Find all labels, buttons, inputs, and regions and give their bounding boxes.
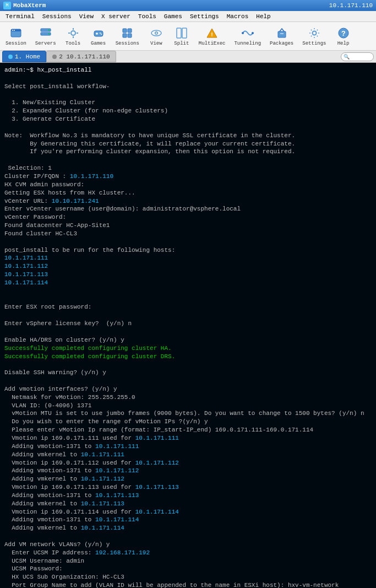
svg-point-24 bbox=[155, 32, 157, 34]
title-bar-left: M MobaXterm bbox=[3, 2, 46, 9]
tunneling-icon bbox=[241, 26, 254, 40]
title-bar-ip: 10.1.171.110 bbox=[329, 2, 373, 9]
toolbar-view[interactable]: View bbox=[146, 25, 167, 47]
terminal-line-25: 10.1.171.112 bbox=[4, 262, 372, 271]
terminal-line-5: 1. New/Existing Cluster bbox=[4, 99, 372, 107]
terminal-line-10: By Generating this certificate, it will … bbox=[4, 140, 372, 148]
menu-settings[interactable]: Settings bbox=[187, 13, 222, 20]
terminal-line-53: Adding vmotion-1371 to 10.1.171.113 bbox=[4, 492, 372, 500]
terminal-line-4 bbox=[4, 91, 372, 99]
toolbar-help[interactable]: ? Help bbox=[333, 25, 354, 47]
toolbar-tunneling-label: Tunneling bbox=[234, 41, 261, 46]
terminal-line-24: 10.1.171.111 bbox=[4, 254, 372, 262]
tab-ssh[interactable]: 2 10.1.171.110 bbox=[46, 51, 116, 62]
tab-home-label: 1. Home bbox=[15, 53, 40, 60]
terminal-line-59: Add VM network VLANs? (y/n) y bbox=[4, 541, 372, 549]
terminal-line-36: Successfully completed configuring clust… bbox=[4, 353, 372, 361]
terminal-line-14: Cluster IP/FQDN : 10.1.171.110 bbox=[4, 172, 372, 181]
toolbar-tools-label: Tools bbox=[66, 41, 80, 46]
menu-terminal[interactable]: Terminal bbox=[2, 13, 38, 20]
svg-rect-13 bbox=[94, 31, 103, 36]
toolbar-settings[interactable]: Settings bbox=[300, 25, 328, 47]
terminal-line-13: Selection: 1 bbox=[4, 164, 372, 172]
terminal-line-40: Add vmotion interfaces? (y/n) y bbox=[4, 385, 372, 393]
terminal-line-17: vCenter URL: 10.10.171.241 bbox=[4, 197, 372, 206]
menu-xserver[interactable]: X server bbox=[98, 13, 134, 20]
toolbar-split[interactable]: Split bbox=[171, 25, 192, 47]
toolbar-split-label: Split bbox=[174, 41, 189, 46]
svg-rect-25 bbox=[177, 28, 181, 38]
tab-ssh-dot bbox=[52, 55, 57, 59]
terminal-line-34: Enable HA/DRS on cluster? (y/n) y bbox=[4, 336, 372, 344]
svg-point-17 bbox=[101, 34, 102, 35]
svg-rect-20 bbox=[123, 34, 127, 37]
terminal-line-58 bbox=[4, 532, 372, 541]
terminal-line-47: Adding vmotion-1371 to 10.1.171.111 bbox=[4, 443, 372, 451]
menu-tools[interactable]: Tools bbox=[135, 13, 160, 20]
terminal-line-15: HX CVM admin password: bbox=[4, 181, 372, 189]
svg-rect-18 bbox=[123, 29, 127, 33]
toolbar-servers-label: Servers bbox=[35, 41, 56, 46]
terminal-line-27: 10.1.171.114 bbox=[4, 279, 372, 287]
terminal-line-31 bbox=[4, 311, 372, 320]
terminal-line-1: admin:~$ hx_post_install bbox=[4, 66, 372, 74]
terminal-line-33 bbox=[4, 328, 372, 336]
servers-icon bbox=[39, 26, 52, 40]
terminal-line-7: 3. Generate Certificate bbox=[4, 115, 372, 123]
terminal-line-9: Note: Workflow No.3 is mandatory to have… bbox=[4, 132, 372, 140]
terminal-line-6: 2. Expanded Cluster (for non-edge cluste… bbox=[4, 107, 372, 115]
terminal-line-48: Adding vmkernel to 10.1.171.111 bbox=[4, 451, 372, 459]
tab-search-area bbox=[341, 51, 374, 62]
terminal-line-55: Vmotion ip 169.0.171.114 used for 10.1.1… bbox=[4, 508, 372, 516]
menu-view[interactable]: View bbox=[76, 13, 97, 20]
toolbar-tools[interactable]: Tools bbox=[63, 25, 84, 47]
app-title: MobaXterm bbox=[13, 2, 46, 9]
toolbar-servers[interactable]: Servers bbox=[33, 25, 58, 47]
tab-bar: 1. Home 2 10.1.171.110 bbox=[0, 51, 376, 63]
terminal-line-39 bbox=[4, 377, 372, 385]
terminal-line-23: post_install to be run for the following… bbox=[4, 246, 372, 255]
terminal-line-8 bbox=[4, 123, 372, 132]
tab-search-input[interactable] bbox=[341, 52, 374, 61]
terminal-line-44: Do you wish to enter the range of vMotio… bbox=[4, 418, 372, 426]
svg-point-30 bbox=[252, 32, 254, 34]
toolbar-settings-label: Settings bbox=[302, 41, 326, 46]
terminal-line-41: Netmask for vMotion: 255.255.255.0 bbox=[4, 393, 372, 402]
terminal-area[interactable]: admin:~$ hx_post_install Select post_ins… bbox=[0, 63, 376, 588]
terminal-line-11: If you're performing cluster expansion, … bbox=[4, 148, 372, 156]
terminal-line-64: Port Group Name to add (VLAN ID will be … bbox=[4, 581, 372, 588]
tab-home[interactable]: 1. Home bbox=[2, 51, 46, 62]
terminal-line-51: Adding vmkernel to 10.1.171.112 bbox=[4, 475, 372, 483]
menu-macros[interactable]: Macros bbox=[224, 13, 252, 20]
terminal-line-20: Found datacenter HC-App-Site1 bbox=[4, 222, 372, 230]
terminal-line-49: Vmotion ip 169.0.171.112 used for 10.1.1… bbox=[4, 459, 372, 467]
terminal-line-42: VLAN ID: (0-4096) 1371 bbox=[4, 402, 372, 410]
split-icon bbox=[175, 26, 188, 40]
terminal-line-50: Adding vmotion-1371 to 10.1.171.112 bbox=[4, 467, 372, 475]
toolbar-session[interactable]: Session bbox=[3, 25, 29, 47]
svg-point-7 bbox=[48, 33, 50, 34]
toolbar-multiexec[interactable]: ! MultiExec bbox=[197, 25, 228, 47]
menu-games[interactable]: Games bbox=[161, 13, 186, 20]
games-icon bbox=[92, 26, 105, 40]
toolbar-view-label: View bbox=[150, 41, 162, 46]
settings-icon bbox=[308, 26, 321, 40]
menu-sessions[interactable]: Sessions bbox=[39, 13, 75, 20]
terminal-line-21: Found cluster HC-CL3 bbox=[4, 230, 372, 238]
svg-point-29 bbox=[242, 32, 244, 34]
tab-home-dot bbox=[8, 55, 13, 59]
svg-rect-26 bbox=[182, 28, 187, 38]
menu-help[interactable]: Help bbox=[253, 13, 274, 20]
toolbar-games[interactable]: Games bbox=[88, 25, 109, 47]
toolbar-tunneling[interactable]: Tunneling bbox=[232, 25, 263, 47]
toolbar-multiexec-label: MultiExec bbox=[199, 41, 226, 46]
tools-icon bbox=[67, 26, 80, 40]
terminal-line-18: Enter vCenter username (user@domain): ad… bbox=[4, 205, 372, 213]
tab-ssh-label: 2 10.1.171.110 bbox=[59, 53, 110, 60]
title-bar: M MobaXterm 10.1.171.110 bbox=[0, 0, 376, 11]
toolbar-packages[interactable]: Packages bbox=[268, 25, 296, 47]
toolbar-sessions[interactable]: Sessions bbox=[113, 25, 141, 47]
svg-point-2 bbox=[12, 30, 13, 31]
session-icon bbox=[9, 26, 23, 40]
svg-rect-21 bbox=[128, 34, 132, 37]
